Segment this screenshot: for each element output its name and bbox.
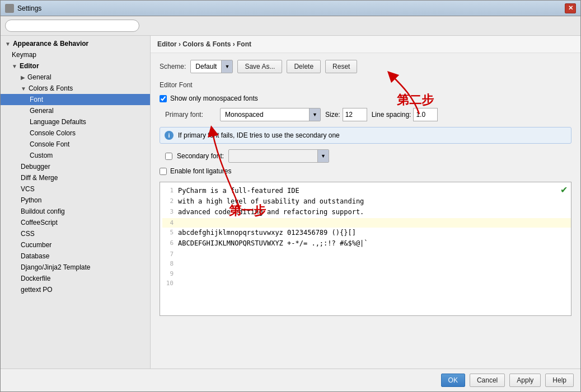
line-number: 2 — [162, 196, 178, 207]
secondary-font-label: Secondary font: — [177, 152, 224, 160]
sidebar-item-python[interactable]: Python — [1, 195, 150, 206]
sidebar-item-console-font[interactable]: Console Font — [1, 139, 150, 150]
line-spacing-field: Line spacing: — [372, 108, 438, 121]
show-monospaced-row: Show only monospaced fonts — [160, 95, 571, 102]
settings-window: Settings ✕ ▼ Appearance & Behavior Keyma… — [0, 0, 581, 392]
info-text: If primary font fails, IDE tries to use … — [178, 131, 340, 139]
app-icon — [5, 4, 14, 13]
help-button[interactable]: Help — [545, 374, 574, 387]
apply-button[interactable]: Apply — [509, 374, 541, 387]
reset-button[interactable]: Reset — [325, 60, 357, 73]
sidebar-item-css[interactable]: CSS — [1, 228, 150, 239]
sidebar-label: Keymap — [12, 51, 36, 59]
sidebar-item-general2[interactable]: General — [1, 105, 150, 116]
sidebar-item-django[interactable]: Django/Jinja2 Template — [1, 262, 150, 273]
sidebar-label: Buildout config — [21, 207, 65, 215]
sidebar-label: Cucumber — [21, 241, 51, 249]
search-input[interactable] — [5, 20, 139, 32]
secondary-font-select[interactable]: ▼ — [228, 149, 329, 163]
sidebar-item-keymap[interactable]: Keymap — [1, 49, 150, 60]
sidebar-label: Console Font — [30, 140, 69, 148]
primary-font-dropdown-icon[interactable]: ▼ — [309, 108, 320, 121]
secondary-font-checkbox[interactable] — [165, 153, 172, 160]
search-bar-area — [1, 16, 580, 36]
line-number: 1 — [162, 186, 178, 196]
sidebar-item-dockerfile[interactable]: Dockerfile — [1, 273, 150, 284]
preview-line: 2 with a high level of usability and out… — [162, 196, 571, 207]
size-input[interactable] — [343, 108, 367, 121]
line-content: ABCDEFGHIJKLMNOPQRSTUVWXYZ +-*/= .,;:!? … — [178, 238, 571, 249]
primary-font-select[interactable]: Monospaced ▼ — [220, 108, 321, 121]
line-number: 6 — [162, 238, 178, 249]
sidebar-item-cucumber[interactable]: Cucumber — [1, 239, 150, 251]
line-number: 9 — [162, 269, 178, 279]
sidebar-label: Colors & Fonts — [29, 84, 73, 92]
footer: OK Cancel Apply Help — [1, 369, 580, 391]
preview-line: 9 — [162, 269, 571, 279]
line-number: 3 — [162, 207, 178, 218]
sidebar-item-database[interactable]: Database — [1, 251, 150, 262]
primary-font-value: Monospaced — [221, 111, 309, 119]
sidebar-label: Custom — [30, 152, 53, 159]
sidebar-item-diff-merge[interactable]: Diff & Merge — [1, 172, 150, 183]
line-number: 10 — [162, 278, 178, 289]
line-content — [178, 278, 571, 289]
sidebar-label: General — [27, 73, 51, 81]
preview-line: 1 PyCharm is a full-featured IDE — [162, 186, 571, 196]
sidebar-item-coffeescript[interactable]: CoffeeScript — [1, 217, 150, 228]
show-monospaced-label: Show only monospaced fonts — [170, 95, 258, 102]
scheme-select[interactable]: Default ▼ — [190, 60, 233, 73]
sidebar-item-custom[interactable]: Custom — [1, 150, 150, 161]
main-area: ▼ Appearance & Behavior Keymap ▼ Editor … — [1, 36, 580, 369]
sidebar-label: gettext PO — [21, 286, 53, 294]
ok-button[interactable]: OK — [441, 374, 465, 387]
sidebar-item-gettext[interactable]: gettext PO — [1, 284, 150, 295]
preview-line: 3 advanced code editing and refactoring … — [162, 207, 571, 218]
sidebar-item-console-colors[interactable]: Console Colors — [1, 127, 150, 139]
size-field: Size: — [325, 108, 367, 121]
sidebar-label: Console Colors — [30, 129, 76, 137]
line-content: advanced code editing and refactoring su… — [178, 207, 571, 218]
line-spacing-input[interactable] — [413, 108, 438, 121]
scheme-value: Default — [191, 63, 221, 70]
sidebar-item-debugger[interactable]: Debugger — [1, 161, 150, 172]
secondary-font-dropdown-icon[interactable]: ▼ — [317, 150, 329, 162]
preview-line: 8 — [162, 259, 571, 269]
scheme-dropdown-icon[interactable]: ▼ — [221, 60, 232, 73]
content-body: Scheme: Default ▼ Save As... Delete Rese… — [151, 53, 580, 369]
content-area: Editor › Colors & Fonts › Font Scheme: D… — [151, 36, 580, 369]
line-content: PyCharm is a full-featured IDE — [178, 186, 571, 196]
line-number: 5 — [162, 228, 178, 238]
sidebar-item-appearance[interactable]: ▼ Appearance & Behavior — [1, 38, 150, 49]
close-button[interactable]: ✕ — [565, 3, 576, 13]
sidebar-label: Editor — [20, 62, 39, 70]
line-content — [178, 218, 571, 228]
preview-line: 5 abcdefghijklmnopqrstuvwxyz 0123456789 … — [162, 228, 571, 238]
line-content — [178, 249, 571, 259]
sidebar-label: Dockerfile — [21, 275, 50, 282]
sidebar-item-language-defaults[interactable]: Language Defaults — [1, 116, 150, 127]
breadcrumb: Editor › Colors & Fonts › Font — [151, 36, 580, 53]
primary-font-row: Primary font: Monospaced ▼ Size: Line sp… — [160, 108, 571, 121]
sidebar-item-editor[interactable]: ▼ Editor — [1, 60, 150, 72]
sidebar-item-font[interactable]: Font — [1, 94, 150, 105]
line-spacing-label: Line spacing: — [372, 111, 411, 119]
delete-button[interactable]: Delete — [287, 60, 321, 73]
sidebar-label: Diff & Merge — [21, 174, 58, 182]
show-monospaced-checkbox[interactable] — [160, 95, 167, 102]
sidebar-item-buildout[interactable]: Buildout config — [1, 206, 150, 217]
preview-inner: 1 PyCharm is a full-featured IDE 2 with … — [160, 182, 571, 292]
line-number: 8 — [162, 259, 178, 269]
ligatures-checkbox[interactable] — [160, 168, 167, 175]
arrow-icon: ▼ — [21, 86, 26, 92]
save-as-button[interactable]: Save As... — [237, 60, 282, 73]
sidebar-item-general[interactable]: ▶ General — [1, 72, 150, 83]
sidebar: ▼ Appearance & Behavior Keymap ▼ Editor … — [1, 36, 151, 369]
sidebar-item-vcs[interactable]: VCS — [1, 183, 150, 195]
sidebar-item-colors-fonts[interactable]: ▼ Colors & Fonts — [1, 83, 150, 94]
window-title: Settings — [17, 4, 565, 12]
info-row: i If primary font fails, IDE tries to us… — [160, 127, 571, 144]
cancel-button[interactable]: Cancel — [470, 374, 505, 387]
content-wrapper: Editor › Colors & Fonts › Font Scheme: D… — [151, 36, 580, 369]
secondary-font-row: Secondary font: ▼ — [160, 149, 571, 163]
